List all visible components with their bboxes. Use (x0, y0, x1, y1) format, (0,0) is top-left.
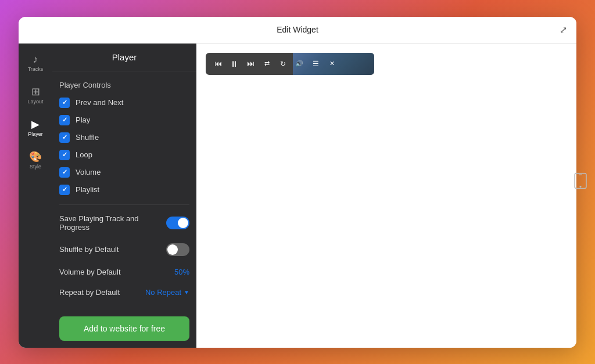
add-to-website-button[interactable]: Add to website for free (59, 316, 189, 341)
section-title: Player Controls (59, 81, 189, 89)
checkbox-playlist[interactable]: Playlist (59, 185, 189, 195)
checkbox-shuffle[interactable]: Shuffle (59, 132, 189, 143)
checkbox-shuffle-box[interactable] (59, 132, 70, 143)
checkbox-prev-next-label: Prev and Next (76, 98, 123, 107)
checkbox-play-label: Play (76, 116, 90, 124)
sidebar-tracks-label: Tracks (28, 66, 44, 72)
sidebar-style-label: Style (30, 164, 41, 170)
preview-empty-space (206, 75, 567, 338)
panel-title: Player (112, 52, 137, 62)
close-button[interactable]: ✕ (324, 56, 339, 71)
repeat-default-row: Repeat by Default No Repeat ▼ (59, 288, 189, 297)
panel-content: Player Controls Prev and Next Play Shuff… (52, 71, 196, 312)
toggle-save-playing-row: Save Playing Track and Progress (59, 214, 189, 232)
volume-default-row: Volume by Default 50% (59, 268, 189, 276)
pause-button[interactable]: ⏸ (227, 56, 242, 71)
repeat-default-dropdown[interactable]: No Repeat ▼ (145, 288, 189, 297)
player-icon: ▶ (31, 119, 40, 129)
sidebar-item-layout[interactable]: ⊞ Layout (20, 81, 51, 111)
title-bar: Edit Widget ⤢ (19, 17, 576, 44)
style-icon: 🎨 (29, 152, 42, 162)
volume-default-label: Volume by Default (59, 268, 121, 276)
chevron-down-icon: ▼ (184, 289, 189, 295)
sidebar-layout-label: Layout (27, 99, 43, 104)
toggle-save-playing[interactable] (166, 217, 189, 229)
checkbox-prev-next-box[interactable] (59, 98, 70, 108)
prev-button[interactable]: ⏮ (210, 56, 225, 71)
checkbox-playlist-label: Playlist (76, 185, 99, 194)
repeat-default-value: No Repeat (145, 288, 181, 297)
sidebar-player-label: Player (28, 131, 43, 137)
toggle-shuffle-default[interactable] (166, 243, 189, 256)
sidebar-item-player[interactable]: ▶ Player (20, 113, 51, 143)
mobile-device-icon[interactable] (574, 172, 576, 192)
checkbox-play-box[interactable] (59, 115, 70, 125)
checkbox-shuffle-label: Shuffle (76, 133, 99, 142)
sidebar-item-style[interactable]: 🎨 Style (20, 146, 51, 176)
volume-button[interactable]: 🔊 (292, 56, 307, 71)
settings-panel: Player Player Controls Prev and Next Pla… (52, 44, 196, 348)
checkbox-volume-box[interactable] (59, 167, 70, 178)
toggle-save-playing-label: Save Playing Track and Progress (59, 214, 166, 232)
checkbox-play[interactable]: Play (59, 115, 189, 125)
checkbox-loop-box[interactable] (59, 150, 70, 160)
tracks-icon: ♪ (33, 54, 38, 64)
volume-default-value[interactable]: 50% (174, 268, 189, 276)
layout-icon: ⊞ (31, 87, 40, 97)
checkbox-playlist-box[interactable] (59, 185, 70, 195)
svg-rect-0 (575, 173, 576, 188)
checkbox-prev-next[interactable]: Prev and Next (59, 98, 189, 108)
main-area: ♪ Tracks ⊞ Layout ▶ Player 🎨 Style Playe… (19, 44, 576, 348)
checkbox-volume-label: Volume (76, 168, 101, 176)
shuffle-button[interactable]: ⇄ (259, 56, 274, 71)
divider-1 (59, 204, 189, 205)
next-button[interactable]: ⏭ (243, 56, 258, 71)
panel-header: Player (52, 44, 196, 71)
preview-area: ⏮ ⏸ ⏭ ⇄ ↻ 🔊 ☰ ✕ (196, 44, 576, 348)
checkbox-loop[interactable]: Loop (59, 150, 189, 160)
player-widget-preview: ⏮ ⏸ ⏭ ⇄ ↻ 🔊 ☰ ✕ (206, 53, 374, 75)
app-window: Edit Widget ⤢ ♪ Tracks ⊞ Layout ▶ Player… (19, 17, 576, 348)
checkbox-loop-label: Loop (76, 150, 92, 159)
expand-icon[interactable]: ⤢ (560, 24, 567, 35)
playlist-button[interactable]: ☰ (308, 56, 323, 71)
checkbox-volume[interactable]: Volume (59, 167, 189, 178)
sidebar-icons: ♪ Tracks ⊞ Layout ▶ Player 🎨 Style (19, 44, 52, 348)
loop-button[interactable]: ↻ (275, 56, 291, 71)
sidebar-item-tracks[interactable]: ♪ Tracks (20, 48, 51, 78)
repeat-default-label: Repeat by Default (59, 288, 120, 297)
toggle-shuffle-default-label: Shuffle by Default (59, 245, 119, 254)
window-title: Edit Widget (277, 25, 318, 34)
toggle-shuffle-default-row: Shuffle by Default (59, 243, 189, 256)
